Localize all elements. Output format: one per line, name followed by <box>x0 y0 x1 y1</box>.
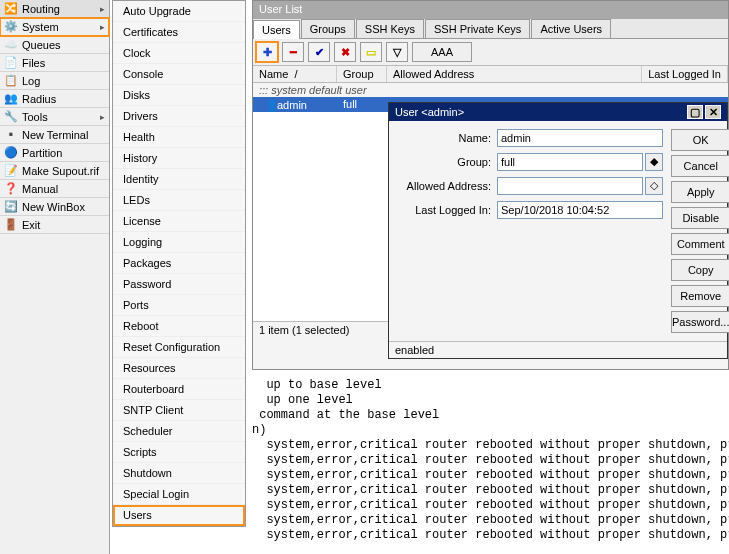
group-dropdown-icon[interactable]: ◆ <box>645 153 663 171</box>
submenu-item-drivers[interactable]: Drivers <box>113 106 245 127</box>
close-icon[interactable]: ✕ <box>705 105 721 119</box>
remove-button[interactable]: ━ <box>282 42 304 62</box>
tab-ssh-keys[interactable]: SSH Keys <box>356 19 424 38</box>
sidebar: 🔀Routing▸ ⚙️System▸ ☁️Queues 📄Files 📋Log… <box>0 0 110 554</box>
system-submenu: Auto UpgradeCertificatesClockConsoleDisk… <box>112 0 246 527</box>
submenu-item-sntp-client[interactable]: SNTP Client <box>113 400 245 421</box>
submenu-item-history[interactable]: History <box>113 148 245 169</box>
apply-button[interactable]: Apply <box>671 181 729 203</box>
sidebar-item-files[interactable]: 📄Files <box>0 54 109 72</box>
copy-button[interactable]: Copy <box>671 259 729 281</box>
tab-ssh-private-keys[interactable]: SSH Private Keys <box>425 19 530 38</box>
supout-icon: 📝 <box>4 164 18 178</box>
submenu-item-packages[interactable]: Packages <box>113 253 245 274</box>
minimize-icon[interactable]: ▢ <box>687 105 703 119</box>
sidebar-item-radius[interactable]: 👥Radius <box>0 90 109 108</box>
submenu-item-clock[interactable]: Clock <box>113 43 245 64</box>
sidebar-item-routing[interactable]: 🔀Routing▸ <box>0 0 109 18</box>
tab-users[interactable]: Users <box>253 20 300 39</box>
submenu-item-scripts[interactable]: Scripts <box>113 442 245 463</box>
sidebar-item-log[interactable]: 📋Log <box>0 72 109 90</box>
remove-button[interactable]: Remove <box>671 285 729 307</box>
comment-button[interactable]: ▭ <box>360 42 382 62</box>
terminal-icon: ▪️ <box>4 128 18 142</box>
enable-button[interactable]: ✔ <box>308 42 330 62</box>
tab-active-users[interactable]: Active Users <box>531 19 611 38</box>
name-field[interactable] <box>497 129 663 147</box>
submenu-item-special-login[interactable]: Special Login <box>113 484 245 505</box>
submenu-item-scheduler[interactable]: Scheduler <box>113 421 245 442</box>
toolbar: ✚ ━ ✔ ✖ ▭ ▽ AAA <box>253 39 728 66</box>
chevron-right-icon: ▸ <box>100 22 105 32</box>
col-group[interactable]: Group <box>337 66 387 82</box>
submenu-item-health[interactable]: Health <box>113 127 245 148</box>
filter-button[interactable]: ▽ <box>386 42 408 62</box>
submenu-item-ports[interactable]: Ports <box>113 295 245 316</box>
submenu-item-routerboard[interactable]: Routerboard <box>113 379 245 400</box>
tabs: UsersGroupsSSH KeysSSH Private KeysActiv… <box>253 19 728 39</box>
submenu-item-reset-configuration[interactable]: Reset Configuration <box>113 337 245 358</box>
chevron-right-icon: ▸ <box>100 4 105 14</box>
default-user-note: ::: system default user <box>253 83 728 97</box>
gear-icon: ⚙️ <box>4 20 18 34</box>
grid-header: Name / Group Allowed Address Last Logged… <box>253 66 728 83</box>
allowed-field[interactable] <box>497 177 643 195</box>
submenu-item-license[interactable]: License <box>113 211 245 232</box>
submenu-item-resources[interactable]: Resources <box>113 358 245 379</box>
col-allowed[interactable]: Allowed Address <box>387 66 642 82</box>
submenu-item-disks[interactable]: Disks <box>113 85 245 106</box>
tools-icon: 🔧 <box>4 110 18 124</box>
name-label: Name: <box>397 132 497 144</box>
sidebar-item-queues[interactable]: ☁️Queues <box>0 36 109 54</box>
comment-button[interactable]: Comment <box>671 233 729 255</box>
submenu-item-logging[interactable]: Logging <box>113 232 245 253</box>
add-button[interactable]: ✚ <box>256 42 278 62</box>
dialog-titlebar[interactable]: User <admin> ▢ ✕ <box>389 103 727 121</box>
submenu-item-auto-upgrade[interactable]: Auto Upgrade <box>113 1 245 22</box>
submenu-item-identity[interactable]: Identity <box>113 169 245 190</box>
dialog-status: enabled <box>389 341 727 358</box>
col-name[interactable]: Name / <box>253 66 337 82</box>
disable-button[interactable]: ✖ <box>334 42 356 62</box>
col-lastlogged[interactable]: Last Logged In <box>642 66 728 82</box>
user-icon: 👤 <box>259 98 271 110</box>
exit-icon: 🚪 <box>4 218 18 232</box>
tab-groups[interactable]: Groups <box>301 19 355 38</box>
help-icon: ❓ <box>4 182 18 196</box>
allowed-label: Allowed Address: <box>397 180 497 192</box>
user-dialog: User <admin> ▢ ✕ Name: Group:◆ Allowed A… <box>388 102 728 359</box>
terminal-output[interactable]: up to base level up one level command at… <box>252 378 729 554</box>
submenu-item-users[interactable]: Users <box>113 505 245 526</box>
radius-icon: 👥 <box>4 92 18 106</box>
submenu-item-shutdown[interactable]: Shutdown <box>113 463 245 484</box>
sidebar-item-supout[interactable]: 📝Make Supout.rif <box>0 162 109 180</box>
files-icon: 📄 <box>4 56 18 70</box>
sidebar-item-newwinbox[interactable]: 🔄New WinBox <box>0 198 109 216</box>
sidebar-item-manual[interactable]: ❓Manual <box>0 180 109 198</box>
aaa-button[interactable]: AAA <box>412 42 472 62</box>
submenu-item-reboot[interactable]: Reboot <box>113 316 245 337</box>
lastlogged-label: Last Logged In: <box>397 204 497 216</box>
group-field[interactable] <box>497 153 643 171</box>
sidebar-item-exit[interactable]: 🚪Exit <box>0 216 109 234</box>
sidebar-item-partition[interactable]: 🔵Partition <box>0 144 109 162</box>
submenu-item-certificates[interactable]: Certificates <box>113 22 245 43</box>
sidebar-item-newterminal[interactable]: ▪️New Terminal <box>0 126 109 144</box>
cancel-button[interactable]: Cancel <box>671 155 729 177</box>
submenu-item-leds[interactable]: LEDs <box>113 190 245 211</box>
partition-icon: 🔵 <box>4 146 18 160</box>
chevron-right-icon: ▸ <box>100 112 105 122</box>
password-button[interactable]: Password... <box>671 311 729 333</box>
log-icon: 📋 <box>4 74 18 88</box>
dialog-title: User <admin> <box>395 106 685 118</box>
ok-button[interactable]: OK <box>671 129 729 151</box>
submenu-item-console[interactable]: Console <box>113 64 245 85</box>
disable-button[interactable]: Disable <box>671 207 729 229</box>
allowed-expand-icon[interactable]: ◇ <box>645 177 663 195</box>
sidebar-item-system[interactable]: ⚙️System▸ <box>0 18 109 36</box>
winbox-icon: 🔄 <box>4 200 18 214</box>
submenu-item-password[interactable]: Password <box>113 274 245 295</box>
queues-icon: ☁️ <box>4 38 18 52</box>
sidebar-item-tools[interactable]: 🔧Tools▸ <box>0 108 109 126</box>
routing-icon: 🔀 <box>4 2 18 16</box>
